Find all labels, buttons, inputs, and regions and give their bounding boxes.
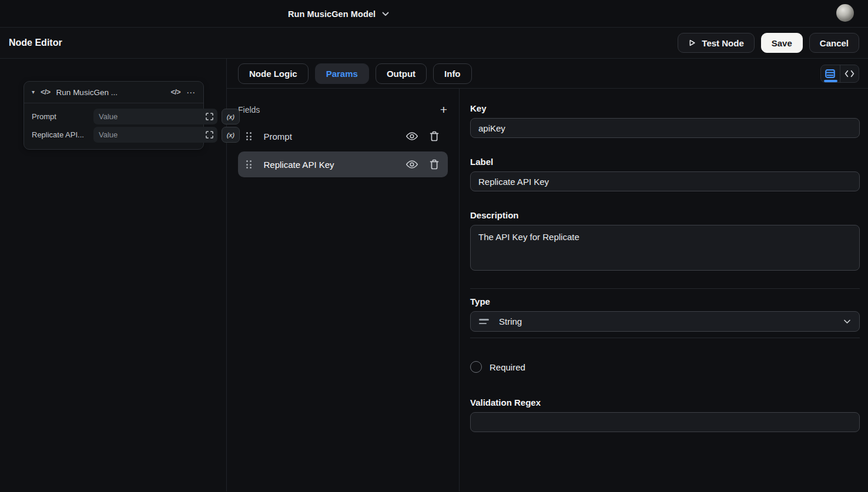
node-field-label: Replicate API... bbox=[32, 130, 93, 139]
node-field-value-input[interactable] bbox=[93, 109, 217, 124]
required-section: Required bbox=[470, 361, 860, 373]
tab-info[interactable]: Info bbox=[433, 63, 472, 84]
node-field-row: Replicate API... (x) bbox=[32, 127, 196, 143]
validation-regex-label: Validation Regex bbox=[470, 397, 860, 407]
code-view-button[interactable] bbox=[840, 65, 859, 82]
visibility-eye-icon[interactable] bbox=[405, 131, 418, 141]
view-mode-toggle bbox=[820, 65, 859, 83]
node-card[interactable]: ▾ </> Run MusicGen ... </> ⋯ Prompt (x) bbox=[24, 81, 204, 150]
delete-trash-icon[interactable] bbox=[430, 159, 439, 170]
params-content: Fields + Prompt bbox=[227, 89, 868, 491]
fields-header: Fields + bbox=[238, 103, 448, 116]
description-input[interactable]: The API Key for Replicate bbox=[470, 225, 860, 271]
field-item-label: Prompt bbox=[264, 132, 292, 141]
save-button[interactable]: Save bbox=[761, 33, 803, 53]
form-view-icon bbox=[825, 69, 835, 78]
test-node-button[interactable]: Test Node bbox=[678, 33, 754, 53]
node-card-title: Run MusicGen ... bbox=[56, 88, 165, 97]
description-section: Description The API Key for Replicate bbox=[470, 210, 860, 273]
key-label: Key bbox=[470, 103, 860, 113]
field-item-actions bbox=[405, 131, 439, 141]
edit-code-icon[interactable]: </> bbox=[170, 88, 180, 96]
string-type-icon bbox=[479, 319, 489, 324]
main-layout: ▾ </> Run MusicGen ... </> ⋯ Prompt (x) bbox=[0, 59, 868, 491]
active-view-indicator bbox=[824, 80, 837, 82]
editor-region: Node Logic Params Output Info bbox=[227, 59, 868, 491]
drag-handle-icon[interactable] bbox=[246, 160, 252, 169]
node-field-label: Prompt bbox=[32, 112, 93, 121]
node-field-row: Prompt (x) bbox=[32, 109, 196, 124]
more-options-icon[interactable]: ⋯ bbox=[186, 88, 196, 97]
validation-regex-section: Validation Regex bbox=[470, 397, 860, 432]
editor-tabs: Node Logic Params Output Info bbox=[238, 63, 472, 84]
play-icon bbox=[688, 39, 696, 47]
workflow-title-dropdown[interactable]: Run MusicGen Model bbox=[288, 0, 389, 28]
section-divider bbox=[470, 338, 860, 338]
chevron-down-icon bbox=[382, 12, 389, 16]
tab-params[interactable]: Params bbox=[315, 63, 369, 84]
code-icon: </> bbox=[41, 88, 51, 96]
type-label: Type bbox=[470, 296, 860, 306]
cancel-button[interactable]: Cancel bbox=[809, 33, 859, 53]
validation-regex-input[interactable] bbox=[470, 412, 860, 432]
field-details-panel: Key Label Description The API Key for Re… bbox=[460, 89, 868, 491]
test-node-label: Test Node bbox=[702, 38, 743, 48]
editor-header: Node Editor Test Node Save Cancel bbox=[0, 28, 868, 59]
node-field-value-input[interactable] bbox=[93, 127, 217, 143]
workflow-title: Run MusicGen Model bbox=[288, 9, 376, 19]
field-item-actions bbox=[405, 159, 439, 170]
expand-icon[interactable] bbox=[206, 113, 213, 120]
node-card-header: ▾ </> Run MusicGen ... </> ⋯ bbox=[24, 82, 203, 103]
delete-trash-icon[interactable] bbox=[430, 131, 439, 141]
fields-panel: Fields + Prompt bbox=[227, 89, 460, 491]
field-item-label: Replicate API Key bbox=[264, 160, 334, 170]
collapse-caret-icon[interactable]: ▾ bbox=[32, 89, 35, 95]
key-section: Key bbox=[470, 103, 860, 138]
key-input[interactable] bbox=[470, 118, 860, 138]
chevron-down-icon bbox=[843, 319, 851, 324]
section-divider bbox=[470, 288, 860, 289]
required-radio[interactable] bbox=[470, 361, 482, 373]
code-view-icon bbox=[844, 70, 854, 77]
value-input[interactable] bbox=[99, 112, 202, 121]
page-title: Node Editor bbox=[9, 38, 62, 48]
type-select-value: String bbox=[499, 316, 522, 326]
tab-node-logic[interactable]: Node Logic bbox=[238, 63, 309, 84]
value-input[interactable] bbox=[99, 130, 202, 139]
visibility-eye-icon[interactable] bbox=[405, 159, 418, 170]
header-actions: Test Node Save Cancel bbox=[678, 33, 859, 53]
field-item-replicate-api-key[interactable]: Replicate API Key bbox=[238, 151, 448, 177]
expression-fx-button[interactable]: (x) bbox=[222, 109, 240, 124]
canvas-panel: ▾ </> Run MusicGen ... </> ⋯ Prompt (x) bbox=[0, 59, 227, 491]
user-avatar[interactable] bbox=[836, 4, 854, 22]
type-select[interactable]: String bbox=[470, 311, 860, 332]
add-field-button[interactable]: + bbox=[440, 103, 448, 116]
label-input[interactable] bbox=[470, 171, 860, 191]
type-section: Type String bbox=[470, 296, 860, 332]
expression-fx-button[interactable]: (x) bbox=[222, 127, 240, 143]
label-section: Label bbox=[470, 157, 860, 191]
field-item-prompt[interactable]: Prompt bbox=[238, 123, 448, 149]
required-label: Required bbox=[490, 362, 525, 372]
expand-icon[interactable] bbox=[206, 131, 213, 139]
tab-output[interactable]: Output bbox=[376, 63, 427, 84]
node-card-body: Prompt (x) Replicate API... bbox=[24, 103, 203, 149]
top-bar: Run MusicGen Model bbox=[0, 0, 868, 28]
fields-title: Fields bbox=[238, 105, 260, 114]
editor-toolbar: Node Logic Params Output Info bbox=[227, 59, 868, 89]
label-label: Label bbox=[470, 157, 860, 167]
drag-handle-icon[interactable] bbox=[246, 132, 252, 140]
description-label: Description bbox=[470, 210, 860, 220]
